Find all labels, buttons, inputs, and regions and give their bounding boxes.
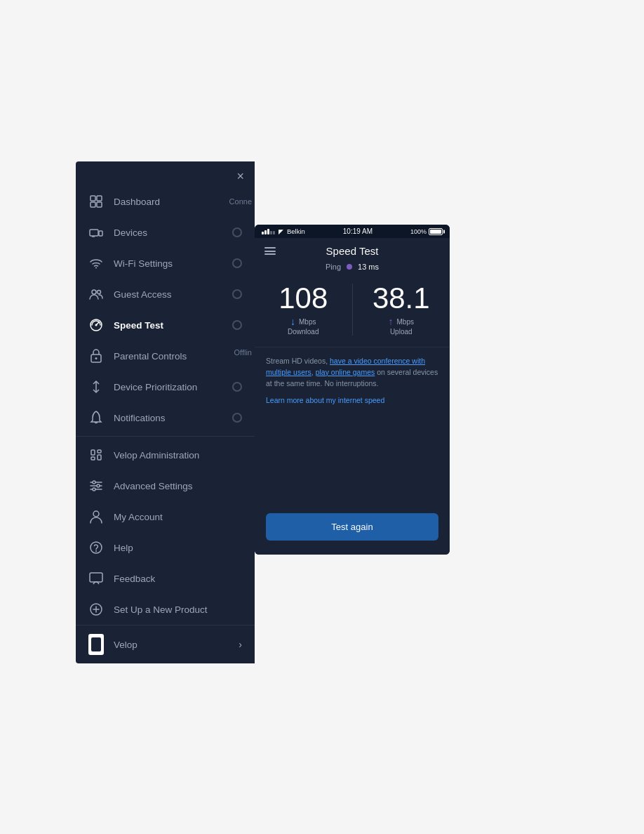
sidebar-item-devices-label: Devices (114, 227, 147, 238)
sidebar-item-dashboard-label: Dashboard (114, 197, 160, 207)
upload-unit: Mbps (397, 318, 414, 326)
signal-bars (262, 229, 275, 234)
upload-label: Upload (390, 328, 412, 336)
account-icon (88, 509, 104, 524)
download-unit: Mbps (299, 318, 316, 326)
sidebar-item-new-product[interactable]: Set Up a New Product (76, 594, 255, 625)
hamburger-line-2 (264, 251, 276, 252)
svg-point-24 (93, 488, 95, 491)
bell-icon (88, 410, 104, 425)
close-button[interactable]: × (236, 170, 244, 183)
sidebar-item-new-product-label: Set Up a New Product (114, 604, 208, 615)
feedback-icon (88, 571, 104, 586)
svg-rect-16 (98, 450, 101, 453)
screenshot-container: × Dashboard Conne (76, 161, 450, 663)
sidebar-item-advanced-label: Advanced Settings (114, 481, 193, 491)
wifi-icon-small: ◤ (279, 228, 283, 235)
carrier-name: Belkin (287, 227, 305, 235)
sidebar-item-dashboard[interactable]: Dashboard Conne (76, 190, 255, 217)
sidebar-item-parental[interactable]: Parental Controls Offlin (76, 340, 255, 371)
svg-rect-15 (91, 450, 95, 455)
svg-rect-5 (99, 231, 102, 236)
sidebar-item-priority-label: Device Prioritization (114, 382, 197, 392)
sidebar-item-devices[interactable]: Devices (76, 217, 255, 248)
wifi-icon (88, 256, 104, 271)
phone-header: Speed Test (255, 238, 450, 263)
svg-rect-28 (90, 573, 102, 582)
sidebar-item-notifications[interactable]: Notifications (76, 402, 255, 433)
test-again-button[interactable]: Test again (266, 513, 438, 541)
velop-label: Velop (114, 640, 239, 650)
svg-rect-18 (91, 457, 95, 460)
svg-point-27 (95, 550, 97, 552)
battery-fill (430, 230, 441, 234)
speed-test-icon (88, 317, 104, 333)
dashboard-icon (88, 194, 104, 209)
speed-display: 108 ↓ Mbps Download 38.1 ↑ Mbps Upload (255, 278, 450, 347)
download-unit-row: ↓ Mbps (290, 316, 316, 327)
sidebar-item-speed-test[interactable]: Speed Test (76, 310, 255, 340)
learn-more-link[interactable]: Learn more about my internet speed (266, 396, 438, 404)
sidebar-item-wifi[interactable]: Wi-Fi Settings (76, 248, 255, 279)
ping-row: Ping 13 ms (255, 263, 450, 278)
sidebar-item-account[interactable]: My Account (76, 501, 255, 532)
status-right: 100% (410, 228, 443, 235)
sidebar-item-help-label: Help (114, 543, 133, 553)
hamburger-line-3 (264, 253, 276, 255)
svg-point-13 (95, 357, 98, 359)
hamburger-icon[interactable] (264, 247, 276, 255)
svg-point-25 (93, 511, 99, 517)
sidebar-item-parental-label: Parental Controls (114, 351, 187, 362)
sidebar-item-advanced[interactable]: Advanced Settings (76, 470, 255, 501)
phone-time: 10:19 AM (343, 227, 373, 235)
svg-rect-3 (97, 202, 102, 207)
svg-point-7 (95, 267, 97, 269)
spacer (255, 413, 450, 502)
download-panel: 108 ↓ Mbps Download (255, 284, 353, 336)
battery-percentage: 100% (410, 228, 427, 235)
svg-point-23 (97, 484, 100, 487)
sidebar-item-priority[interactable]: Device Prioritization (76, 371, 255, 402)
hamburger-line-1 (264, 247, 276, 249)
devices-icon (88, 225, 104, 240)
description-section: Stream HD videos, have a video conferenc… (255, 347, 450, 413)
status-left: ◤ Belkin (262, 227, 305, 235)
phone-status-bar: ◤ Belkin 10:19 AM 100% (255, 225, 450, 238)
upload-unit-row: ↑ Mbps (389, 316, 414, 327)
sidebar-item-guest[interactable]: Guest Access (76, 279, 255, 310)
sidebar-item-feedback-label: Feedback (114, 574, 155, 584)
admin-icon (88, 447, 104, 463)
upload-arrow-icon: ↑ (389, 316, 394, 327)
help-icon (88, 540, 104, 555)
ping-value: 13 ms (358, 263, 379, 271)
sidebar-divider-1 (76, 436, 255, 437)
sidebar-item-feedback[interactable]: Feedback (76, 563, 255, 594)
sidebar-item-account-label: My Account (114, 512, 163, 522)
svg-rect-0 (90, 196, 95, 201)
test-again-section: Test again (255, 502, 450, 555)
svg-rect-17 (98, 455, 101, 460)
phone-panel: ◤ Belkin 10:19 AM 100% Speed Test Ping (255, 225, 450, 555)
play-games-link[interactable]: play online games (316, 368, 375, 376)
svg-point-9 (98, 291, 101, 294)
parental-icon (88, 348, 104, 364)
settings-icon (88, 478, 104, 494)
sidebar-item-wifi-label: Wi-Fi Settings (114, 258, 173, 269)
velop-bar[interactable]: Velop › (76, 625, 255, 663)
sidebar-item-help[interactable]: Help (76, 532, 255, 563)
svg-point-8 (92, 290, 96, 294)
description-text: Stream HD videos, have a video conferenc… (266, 356, 438, 389)
sidebar-item-guest-label: Guest Access (114, 289, 172, 300)
chevron-right-icon: › (239, 639, 242, 650)
svg-rect-4 (90, 230, 98, 236)
battery-icon (429, 228, 443, 235)
download-value: 108 (279, 284, 328, 313)
phone-title: Speed Test (326, 245, 379, 257)
velop-device-icon (88, 634, 104, 655)
sidebar-item-admin[interactable]: Velop Administration (76, 439, 255, 470)
offline-label: Offlin (234, 348, 255, 357)
ping-indicator (347, 264, 352, 270)
svg-point-11 (95, 324, 98, 326)
priority-icon (88, 379, 104, 395)
sidebar-item-admin-label: Velop Administration (114, 450, 199, 461)
